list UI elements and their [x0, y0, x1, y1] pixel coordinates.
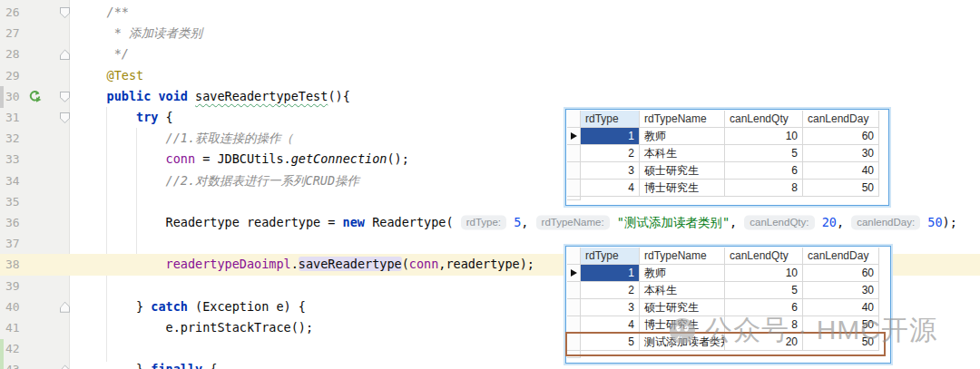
line-number: 27 — [5, 23, 29, 44]
grid-header-cell[interactable]: canLendDay — [803, 248, 879, 265]
grid-cell[interactable]: 硕士研究生 — [640, 162, 725, 180]
grid-cell[interactable]: 30 — [803, 145, 879, 162]
fold-down-icon[interactable] — [60, 112, 70, 123]
code-line[interactable]: public void saveReadertypeTest(){ — [77, 86, 350, 107]
grid-cell[interactable]: 博士研究生 — [640, 316, 725, 334]
grid-header-cell[interactable]: rdTypeName — [640, 248, 725, 265]
code-token: new — [343, 215, 365, 229]
code-line[interactable]: /** — [77, 2, 129, 23]
gutter-row: 41 — [0, 317, 70, 338]
row-selector[interactable] — [567, 282, 581, 299]
code-line[interactable]: readertypeDaoimpl.saveReadertype(conn,re… — [77, 254, 534, 275]
grid-header-cell[interactable]: canLendDay — [803, 111, 879, 128]
code-token: readertypeDaoimpl — [166, 257, 291, 271]
grid-cell[interactable]: 4 — [581, 316, 640, 334]
grid-header-cell[interactable]: canLendQty — [725, 248, 803, 265]
row-selector[interactable] — [567, 145, 581, 162]
row-selector[interactable] — [567, 265, 581, 282]
grid-cell[interactable]: 5 — [725, 145, 803, 162]
grid-cell[interactable]: 博士研究生 — [640, 180, 725, 197]
gutter-row: 42 — [0, 338, 70, 359]
fold-up-icon[interactable] — [60, 49, 70, 60]
grid-header-cell[interactable]: rdType — [581, 248, 640, 265]
parameter-hint-chip: canlendDay: — [851, 216, 920, 230]
grid-cell[interactable]: 10 — [725, 128, 803, 145]
grid-cell[interactable]: 6 — [725, 162, 803, 180]
row-selector[interactable] — [567, 180, 581, 197]
grid-cell[interactable]: 本科生 — [640, 145, 725, 162]
gutter-row: 29 — [0, 65, 70, 86]
grid-cell[interactable]: 2 — [581, 282, 640, 299]
fold-up-icon[interactable] — [60, 364, 70, 369]
grid-row: 4博士研究生850 — [567, 180, 887, 197]
gutter-row: 38 — [0, 254, 70, 275]
code-line[interactable]: Readertype readertype = new Readertype( … — [77, 212, 957, 233]
grid-cell[interactable]: 10 — [725, 265, 803, 282]
code-line[interactable]: } finally { — [77, 359, 217, 369]
code-line[interactable]: try { — [77, 107, 173, 128]
line-number: 31 — [5, 107, 29, 128]
code-line[interactable]: conn = JDBCUtils.getConnection(); — [77, 149, 409, 170]
code-token: { — [158, 110, 172, 124]
grid-cell[interactable]: 4 — [581, 180, 640, 197]
grid-cell[interactable]: 30 — [803, 282, 879, 299]
code-line[interactable]: * 添加读者类别 — [77, 23, 202, 44]
grid-cell[interactable]: 40 — [803, 162, 879, 180]
grid-cell[interactable]: 5 — [725, 282, 803, 299]
grid-cell[interactable]: 8 — [725, 316, 803, 334]
current-row-arrow-icon — [571, 132, 577, 140]
run-test-icon[interactable] — [28, 90, 42, 103]
code-line[interactable]: e.printStackTrace(); — [77, 317, 313, 338]
grid-cell[interactable]: 教师 — [640, 128, 725, 145]
code-line[interactable]: } catch (Exception e) { — [77, 296, 306, 317]
fold-down-icon[interactable] — [60, 92, 70, 102]
grid-cell[interactable]: 50 — [803, 316, 879, 334]
grid-cell[interactable]: 20 — [725, 334, 803, 351]
gutter-row: 36 — [0, 212, 70, 233]
row-selector[interactable] — [567, 299, 581, 316]
code-token: Readertype( — [365, 215, 461, 229]
grid-cell[interactable]: 本科生 — [640, 282, 725, 299]
code-line[interactable]: //1.获取连接的操作（ — [77, 128, 293, 149]
line-number: 43 — [5, 359, 29, 369]
fold-down-icon[interactable] — [60, 7, 70, 18]
result-grid-after[interactable]: rdTyperdTypeNamecanLendQtycanLendDay1教师1… — [565, 246, 891, 364]
grid-row — [567, 197, 887, 200]
code-token: */ — [77, 46, 129, 61]
grid-cell[interactable]: 硕士研究生 — [640, 299, 725, 316]
grid-cell[interactable]: 教师 — [640, 265, 725, 282]
grid-header-cell[interactable]: canLendQty — [725, 111, 803, 128]
code-token: , — [730, 215, 744, 229]
grid-cell[interactable]: 6 — [725, 299, 803, 316]
grid-cell[interactable]: 5 — [581, 334, 640, 351]
grid-cell[interactable]: 60 — [803, 265, 879, 282]
grid-cell[interactable]: 50 — [803, 334, 879, 351]
line-number: 34 — [5, 170, 29, 191]
line-number: 28 — [5, 44, 29, 64]
code-token: ); — [943, 215, 957, 229]
row-selector[interactable] — [567, 128, 581, 145]
grid-cell[interactable]: 60 — [803, 128, 879, 145]
code-line[interactable]: */ — [77, 44, 129, 64]
grid-cell[interactable]: 1 — [581, 128, 640, 145]
grid-cell[interactable]: 1 — [581, 265, 640, 282]
grid-header-cell[interactable]: rdTypeName — [640, 111, 725, 128]
grid-header-cell[interactable]: rdType — [581, 111, 640, 128]
row-selector[interactable] — [567, 162, 581, 180]
result-grid-before[interactable]: rdTyperdTypeNamecanLendQtycanLendDay1教师1… — [565, 109, 889, 206]
grid-cell[interactable]: 2 — [581, 145, 640, 162]
new-row-selector — [567, 197, 581, 200]
line-number: 35 — [5, 191, 29, 212]
fold-up-icon[interactable] — [60, 302, 70, 313]
gutter-row: 43 — [0, 359, 70, 369]
grid-cell[interactable]: 8 — [725, 180, 803, 197]
grid-cell[interactable]: 50 — [803, 180, 879, 197]
grid-cell[interactable]: 40 — [803, 299, 879, 316]
grid-cell[interactable]: 3 — [581, 299, 640, 316]
row-selector[interactable] — [567, 316, 581, 334]
grid-cell[interactable]: 3 — [581, 162, 640, 180]
code-line[interactable]: @Test — [77, 65, 143, 86]
row-selector[interactable] — [567, 334, 581, 351]
code-line[interactable]: //2.对数据表进行一系列CRUD操作 — [77, 170, 359, 191]
grid-cell[interactable]: 测试添加读者类别 — [640, 334, 725, 351]
